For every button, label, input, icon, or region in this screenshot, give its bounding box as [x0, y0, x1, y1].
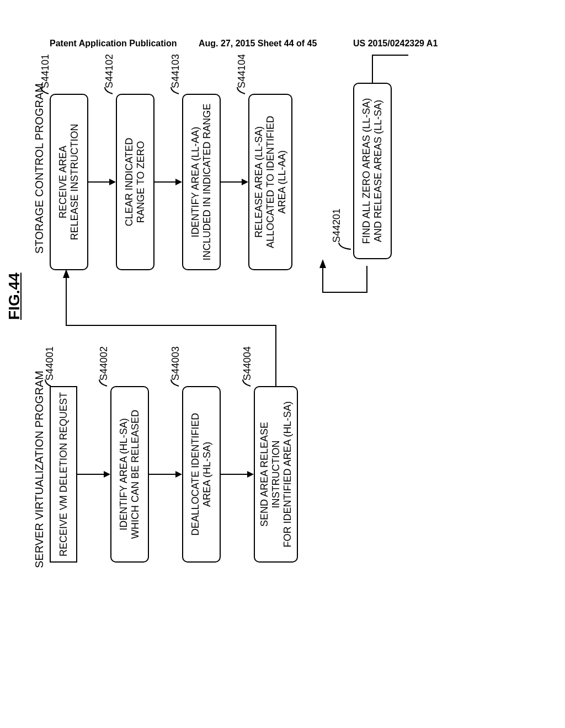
loop-arrow [323, 259, 372, 292]
svg-marker-10 [175, 179, 182, 185]
step-text: INCLUDED IN INDICATED RANGE [201, 104, 213, 261]
flow-arrow [154, 176, 182, 188]
header-left: Patent Application Publication [50, 39, 177, 49]
step-box: RELEASE AREA (LL-SA) ALLOCATED TO IDENTI… [248, 94, 292, 270]
header-center: Aug. 27, 2015 Sheet 44 of 45 [199, 39, 317, 49]
step-box: CLEAR INDICATED RANGE TO ZERO [116, 94, 154, 270]
flow-arrow [221, 469, 254, 480]
step-text: ALLOCATED TO IDENTIFIED [265, 116, 276, 248]
step-text: AREA (LL-AA) [276, 150, 288, 213]
flow-arrow [88, 176, 116, 188]
right-column-title: STORAGE CONTROL PROGRAM [33, 83, 46, 254]
ref-connector [170, 83, 181, 94]
flow-arrow [149, 469, 182, 480]
figure-label: FIG.44 [6, 272, 23, 320]
step-text: INSTRUCTION [270, 441, 282, 508]
left-column-title: SERVER VIRTUALIZATION PROGRAM [33, 371, 46, 568]
svg-marker-6 [63, 269, 70, 278]
ref-connector [236, 83, 247, 94]
svg-marker-8 [109, 179, 116, 185]
step-text: RANGE TO ZERO [135, 141, 147, 223]
step-box: IDENTIFY AREA (LL-AA) INCLUDED IN INDICA… [182, 94, 221, 270]
step-text: CLEAR INDICATED [124, 138, 135, 227]
step-text: IDENTIFY AREA (HL-SA) [118, 418, 130, 531]
svg-marker-5 [247, 471, 254, 478]
flow-arrow [221, 176, 248, 188]
header-right: US 2015/0242329 A1 [353, 39, 438, 49]
step-text: RELEASE AREA (LL-SA) [253, 126, 265, 238]
step-text: IDENTIFY AREA (LL-AA) [190, 127, 201, 238]
ref-connector [338, 238, 354, 249]
cross-arrow [50, 265, 281, 386]
step-text: FOR IDENTIFIED AREA (HL-SA) [282, 401, 294, 547]
step-text: AREA (HL-SA) [201, 442, 213, 507]
step-box: RECEIVE VM DELETION REQUEST [50, 386, 77, 563]
figure-diagram: FIG.44 SERVER VIRTUALIZATION PROGRAM STO… [0, 176, 530, 552]
svg-marker-12 [242, 179, 248, 185]
step-text: SEND AREA RELEASE [259, 422, 270, 527]
flow-arrow [77, 469, 110, 480]
svg-marker-13 [319, 259, 326, 268]
exit-line [370, 50, 408, 83]
step-text: RELEASE INSTRUCTION [69, 124, 81, 240]
step-box: FIND ALL ZERO AREAS (LL-SA) AND RELEASE … [353, 83, 392, 259]
step-text: FIND ALL ZERO AREAS (LL-SA) [361, 98, 372, 244]
step-box: SEND AREA RELEASE INSTRUCTION FOR IDENTI… [254, 386, 298, 563]
ref-connector [104, 83, 115, 94]
svg-marker-1 [104, 471, 110, 478]
step-box: IDENTIFY AREA (HL-SA) WHICH CAN BE RELEA… [110, 386, 149, 563]
step-text: RECEIVE AREA [57, 146, 69, 218]
step-text: AND RELEASE AREAS (LL-SA) [372, 100, 384, 242]
step-text: DEALLOCATE IDENTIFIED [190, 413, 201, 536]
svg-marker-3 [175, 471, 182, 478]
step-text: RECEIVE VM DELETION REQUEST [58, 392, 70, 556]
step-box: DEALLOCATE IDENTIFIED AREA (HL-SA) [182, 386, 221, 563]
ref-connector [40, 83, 51, 94]
step-box: RECEIVE AREA RELEASE INSTRUCTION [50, 94, 88, 270]
step-ref: S44201 [331, 208, 343, 243]
step-text: WHICH CAN BE RELEASED [130, 410, 141, 539]
